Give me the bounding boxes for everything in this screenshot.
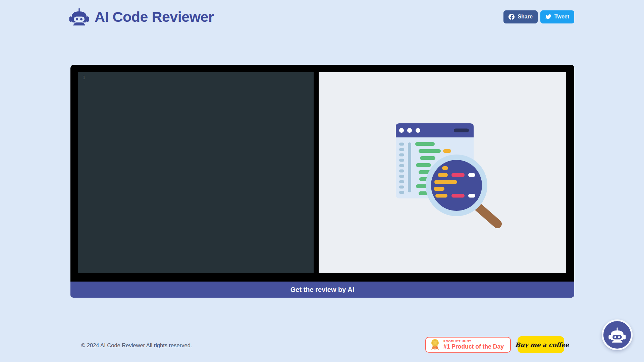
editor-line-number: 1 [78, 72, 85, 80]
tweet-button[interactable]: Tweet [540, 10, 574, 23]
coffee-label: Buy me a coffee [515, 341, 569, 348]
product-hunt-kicker: PRODUCT HUNT [443, 340, 504, 343]
tweet-label: Tweet [554, 14, 569, 20]
get-review-button[interactable]: Get the review by AI [70, 282, 574, 298]
gold-medal-icon: 1 [430, 339, 440, 351]
share-buttons: Share Tweet [503, 10, 574, 23]
code-review-magnifier-illustration [394, 118, 505, 229]
medal-rank: 1 [434, 341, 436, 345]
robot-fab-icon [608, 327, 626, 343]
brand: AI Code Reviewer [69, 8, 214, 26]
product-hunt-title: #1 Product of the Day [443, 343, 504, 350]
robot-logo-icon [69, 8, 89, 26]
buy-me-a-coffee-button[interactable]: Buy me a coffee [518, 336, 564, 353]
twitter-bird-icon [545, 14, 551, 20]
review-result-panel [319, 72, 566, 273]
review-container: 1 [70, 65, 574, 298]
code-editor-input[interactable]: 1 [78, 72, 314, 273]
product-hunt-badge[interactable]: 1 PRODUCT HUNT #1 Product of the Day [425, 337, 511, 353]
copyright-text: © 2024 AI Code Reviewer All rights reser… [81, 342, 192, 349]
share-label: Share [518, 14, 532, 20]
page-title: AI Code Reviewer [95, 9, 214, 25]
share-button[interactable]: Share [503, 10, 537, 23]
facebook-icon [508, 14, 515, 20]
header: AI Code Reviewer Share Tweet [69, 6, 574, 27]
chatbot-fab-button[interactable] [602, 319, 633, 350]
